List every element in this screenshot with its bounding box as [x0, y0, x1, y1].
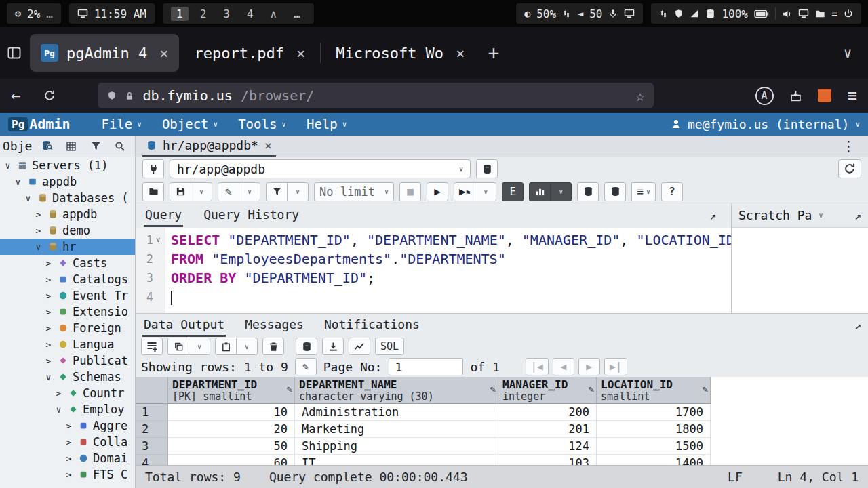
- delete-row-button[interactable]: [262, 338, 284, 355]
- tree-item-casts[interactable]: >Casts: [0, 255, 135, 271]
- display2-icon[interactable]: [798, 8, 809, 19]
- new-connection-button[interactable]: [476, 159, 498, 178]
- cell[interactable]: 1500: [597, 438, 711, 455]
- list-tabs-icon[interactable]: ∨: [834, 45, 861, 61]
- account-menu[interactable]: me@fymio.us (internal) ∨: [671, 117, 860, 131]
- execute-button[interactable]: ▶: [427, 182, 448, 201]
- collapsed-arrow-icon[interactable]: >: [64, 437, 74, 447]
- column-header-department_name[interactable]: DEPARTMENT_NAMEcharacter varying (30)✎: [295, 377, 498, 404]
- grid-corner-cell[interactable]: [136, 377, 168, 404]
- browser-tab-report[interactable]: report.pdf ×: [183, 34, 316, 72]
- tree-item-event-tr[interactable]: >Event Tr: [0, 287, 135, 304]
- tree-item-appdb[interactable]: >appdb: [0, 206, 135, 222]
- row-number-cell[interactable]: 1: [136, 404, 168, 421]
- macros-button[interactable]: ≡∨: [631, 182, 656, 201]
- filter-options-button[interactable]: ∨: [287, 182, 309, 201]
- execute-options-button[interactable]: ∨: [475, 182, 496, 201]
- scratch-pad-input[interactable]: [732, 228, 868, 313]
- cell[interactable]: Shipping: [295, 438, 498, 455]
- collapsed-arrow-icon[interactable]: >: [43, 274, 54, 285]
- pencil-icon[interactable]: ✎: [589, 384, 594, 394]
- profile-icon[interactable]: A: [755, 87, 774, 105]
- tree-item-publicat[interactable]: >Publicat: [0, 352, 135, 369]
- tab-query-history[interactable]: Query History: [202, 204, 300, 227]
- sql-line-4[interactable]: [171, 287, 731, 306]
- expanded-arrow-icon[interactable]: ∨: [3, 161, 13, 171]
- filter-button[interactable]: [266, 182, 288, 201]
- cancel-query-button[interactable]: ■: [399, 182, 421, 201]
- tree-item-employ[interactable]: ∨Employ: [0, 401, 135, 418]
- cell[interactable]: 1800: [597, 421, 711, 438]
- network-traffic-icon[interactable]: [659, 9, 668, 18]
- menu-icon[interactable]: ≡: [848, 86, 857, 105]
- reconnect-button[interactable]: [838, 159, 861, 178]
- panel-kebab-icon[interactable]: ⋮: [836, 138, 861, 155]
- expanded-arrow-icon[interactable]: ∨: [43, 372, 54, 382]
- query-tool-tab[interactable]: hr/app@appdb* ×: [142, 136, 276, 157]
- edit-options-button[interactable]: ∨: [239, 182, 260, 201]
- workspace-3[interactable]: 3: [218, 7, 235, 21]
- url-bar[interactable]: db.fymio.us /browser/ ☆: [98, 83, 654, 108]
- workspace-2[interactable]: 2: [195, 7, 212, 21]
- pencil-icon[interactable]: ✎: [287, 384, 292, 394]
- menu-help[interactable]: Help∨: [307, 117, 347, 131]
- cell[interactable]: 103: [498, 455, 597, 465]
- tab-notifications[interactable]: Notifications: [323, 314, 421, 337]
- object-search-icon[interactable]: [37, 138, 56, 155]
- tree-item-servers-1[interactable]: ∨Servers (1): [0, 157, 135, 174]
- tree-item-schemas[interactable]: ∨Schemas: [0, 369, 135, 385]
- show-sql-button[interactable]: SQL: [375, 338, 404, 355]
- collapsed-arrow-icon[interactable]: >: [43, 340, 54, 350]
- clock-indicator[interactable]: 11:59 AM: [69, 3, 155, 24]
- paste-button[interactable]: [215, 338, 237, 355]
- eol-indicator[interactable]: LF: [728, 470, 743, 484]
- pencil-icon[interactable]: ✎: [703, 384, 708, 394]
- tree-item-hr[interactable]: ∨hr: [0, 239, 135, 255]
- expand-output-icon[interactable]: ↗: [854, 319, 861, 332]
- tab-data-output[interactable]: Data Output: [142, 314, 226, 337]
- row-number-cell[interactable]: 2: [136, 421, 168, 438]
- column-header-manager_id[interactable]: MANAGER_IDinteger✎: [498, 377, 597, 404]
- cell[interactable]: 200: [498, 404, 597, 421]
- collapsed-arrow-icon[interactable]: >: [64, 470, 74, 480]
- cell[interactable]: Marketing: [295, 421, 498, 438]
- cell[interactable]: IT: [295, 455, 498, 465]
- collapsed-arrow-icon[interactable]: >: [43, 291, 54, 301]
- save-file-button[interactable]: [170, 182, 191, 201]
- cell[interactable]: 20: [168, 421, 295, 438]
- sql-line-2[interactable]: FROM "EmployeesDepartments"."DEPARTMENTS…: [171, 249, 731, 268]
- disk-icon[interactable]: [705, 9, 715, 19]
- cell[interactable]: 124: [498, 438, 597, 455]
- save-page-icon[interactable]: [790, 90, 802, 102]
- tab-close-icon[interactable]: ×: [296, 45, 305, 62]
- fold-arrow-icon[interactable]: ∨: [156, 230, 161, 249]
- sql-line-1[interactable]: SELECT "DEPARTMENT_ID", "DEPARTMENT_NAME…: [171, 230, 731, 249]
- power-icon[interactable]: [844, 9, 853, 18]
- lock-icon[interactable]: [125, 91, 134, 101]
- workspace-more[interactable]: …: [288, 7, 306, 21]
- workspace-4[interactable]: 4: [241, 7, 259, 21]
- explain-analyze-button[interactable]: [529, 182, 551, 201]
- collapsed-arrow-icon[interactable]: >: [54, 388, 64, 399]
- connection-status-button[interactable]: [142, 159, 164, 178]
- last-page-button[interactable]: ▶|: [604, 358, 627, 375]
- cell[interactable]: 201: [498, 421, 597, 438]
- menu-file[interactable]: File∨: [101, 117, 141, 131]
- first-page-button[interactable]: |◀: [526, 358, 549, 375]
- tree-item-demo[interactable]: >demo: [0, 222, 135, 239]
- paste-options-button[interactable]: ∨: [236, 338, 258, 355]
- collapsed-arrow-icon[interactable]: >: [33, 209, 43, 220]
- browser-tab-word[interactable]: Microsoft Wo ×: [325, 34, 475, 72]
- collapsed-arrow-icon[interactable]: >: [64, 421, 74, 431]
- speaker-icon[interactable]: [782, 9, 792, 19]
- tray-menu-icon[interactable]: ≡: [831, 7, 837, 20]
- cell[interactable]: 50: [168, 438, 295, 455]
- collapsed-arrow-icon[interactable]: >: [33, 226, 43, 236]
- search-icon[interactable]: [111, 138, 130, 155]
- layout-indicator[interactable]: ∧: [265, 7, 283, 21]
- cell[interactable]: 1700: [597, 404, 711, 421]
- sql-line-3[interactable]: ORDER BY "DEPARTMENT_ID";: [171, 268, 731, 287]
- tree-item-langua[interactable]: >Langua: [0, 336, 135, 352]
- av-indicator[interactable]: ◐ 50% ◄ 50: [516, 3, 643, 24]
- column-header-department_id[interactable]: DEPARTMENT_ID[PK] smallint✎: [168, 377, 295, 404]
